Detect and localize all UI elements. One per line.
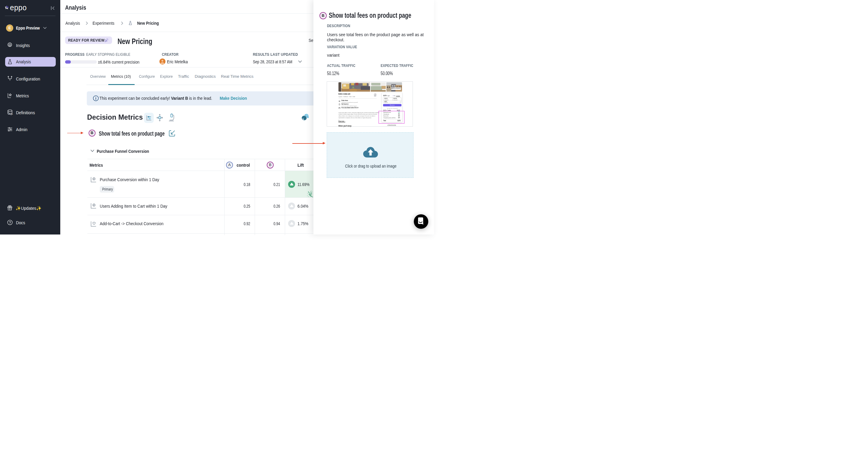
- svg-text:SQL: SQL: [9, 113, 13, 115]
